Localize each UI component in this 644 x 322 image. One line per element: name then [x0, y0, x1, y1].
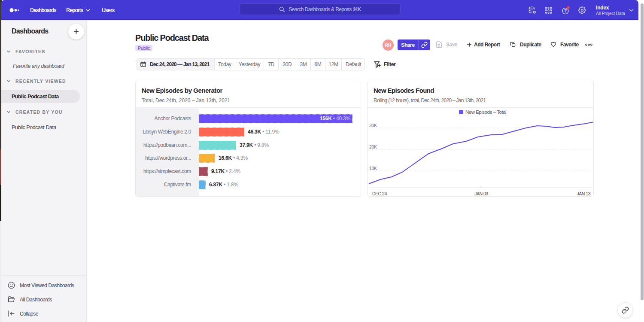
svg-text:10K: 10K	[369, 166, 377, 171]
svg-text:JAN 03: JAN 03	[474, 191, 488, 196]
svg-text:JAN 13: JAN 13	[577, 191, 591, 196]
svg-text:DEC 24: DEC 24	[372, 191, 387, 196]
svg-text:20K: 20K	[369, 144, 377, 149]
svg-text:?: ?	[564, 8, 567, 13]
svg-text:30K: 30K	[369, 123, 377, 128]
